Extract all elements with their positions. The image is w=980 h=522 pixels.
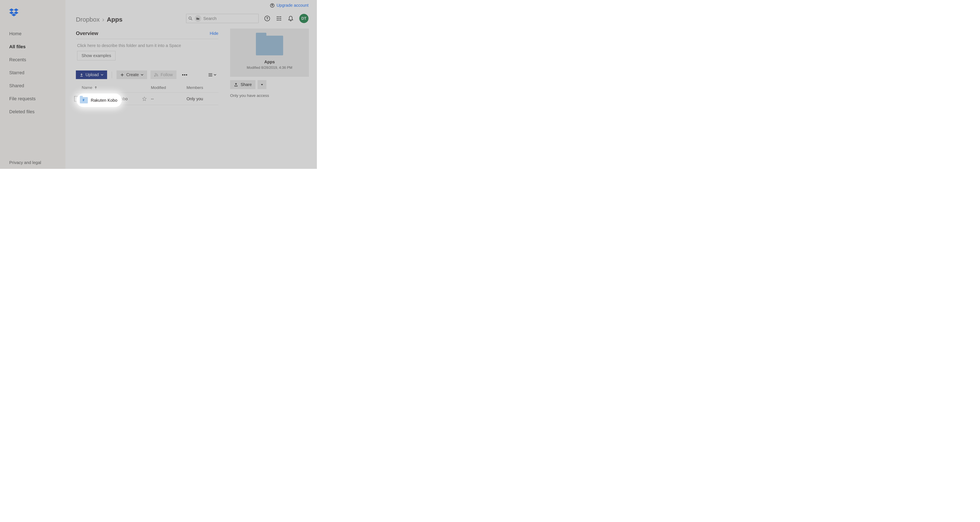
svg-point-19 [182, 74, 183, 75]
list-view-icon [208, 73, 213, 77]
svg-rect-12 [280, 16, 281, 17]
chevron-down-icon [141, 74, 143, 76]
svg-rect-14 [278, 18, 279, 19]
search-scope-button[interactable] [195, 15, 201, 22]
chevron-down-icon [101, 74, 103, 76]
share-button[interactable]: Share [230, 80, 256, 89]
highlight-spotlight: Rakuten Kobo [77, 94, 121, 106]
dropbox-logo[interactable] [0, 8, 65, 27]
svg-rect-17 [278, 20, 279, 21]
share-dropdown-button[interactable] [258, 80, 266, 89]
notifications-button[interactable] [288, 15, 294, 22]
breadcrumb-separator-icon: › [102, 16, 104, 23]
overview-header: Overview Hide [76, 30, 218, 39]
access-text: Only you have access [230, 93, 309, 98]
svg-marker-2 [9, 11, 14, 14]
upload-icon [80, 73, 83, 77]
breadcrumb-root[interactable]: Dropbox [76, 16, 100, 23]
svg-rect-16 [277, 20, 278, 21]
svg-marker-0 [9, 8, 14, 11]
overview-title: Overview [76, 30, 98, 36]
more-actions-button[interactable] [180, 73, 189, 77]
svg-rect-13 [277, 18, 278, 19]
bell-icon [288, 16, 293, 21]
create-button[interactable]: Create [116, 70, 147, 79]
sidebar-item-all-files[interactable]: All files [0, 40, 65, 53]
share-row: Share [230, 80, 309, 89]
topbar-icons: ? DT [264, 14, 309, 23]
apps-grid-button[interactable] [276, 15, 282, 22]
svg-rect-18 [280, 20, 281, 21]
overview-hide-link[interactable]: Hide [210, 31, 218, 36]
share-icon [234, 83, 238, 87]
privacy-legal-link[interactable]: Privacy and legal [0, 156, 65, 169]
sidebar-item-file-requests[interactable]: File requests [0, 92, 65, 105]
triangle-down-icon [261, 84, 263, 86]
chevron-down-icon [214, 74, 216, 76]
col-modified[interactable]: Modified [151, 85, 186, 90]
svg-rect-10 [277, 16, 278, 17]
row-modified: -- [151, 96, 186, 101]
table-header: Name Modified Members [76, 83, 218, 93]
view-mode-button[interactable] [206, 72, 218, 78]
sidebar-item-shared[interactable]: Shared [0, 79, 65, 92]
col-name[interactable]: Name [82, 85, 151, 90]
main-column: Overview Hide Click here to describe thi… [76, 30, 218, 105]
svg-rect-15 [280, 18, 281, 19]
svg-marker-3 [14, 11, 18, 14]
col-members[interactable]: Members [186, 85, 222, 90]
app-folder-icon [80, 97, 88, 104]
puzzle-icon [82, 98, 86, 102]
svg-point-21 [186, 74, 187, 75]
create-label: Create [126, 72, 139, 77]
svg-point-20 [184, 74, 185, 75]
follow-button[interactable]: Follow [151, 70, 177, 79]
upload-button[interactable]: Upload [76, 70, 107, 79]
search-input[interactable] [203, 16, 256, 21]
svg-marker-4 [11, 13, 16, 16]
sidebar-item-home[interactable]: Home [0, 27, 65, 40]
follow-label: Follow [161, 72, 173, 77]
preview-subtitle: Modified 8/28/2019, 4:36 PM [247, 65, 292, 70]
ellipsis-icon [182, 74, 188, 76]
search-icon [188, 16, 192, 21]
details-panel: Apps Modified 8/28/2019, 4:36 PM Share O… [230, 29, 309, 98]
topbar: Dropbox › Apps ? DT [65, 0, 317, 27]
star-button[interactable] [142, 96, 147, 101]
plus-icon [120, 73, 124, 77]
overview-description-placeholder[interactable]: Click here to describe this folder and t… [76, 39, 218, 51]
svg-text:?: ? [266, 17, 268, 20]
apps-grid-icon [277, 16, 281, 21]
svg-marker-1 [14, 8, 18, 11]
sidebar-item-recents[interactable]: Recents [0, 53, 65, 66]
sidebar-nav: Home All files Recents Starred Shared Fi… [0, 27, 65, 118]
toolbar: Upload Create Follow [76, 70, 218, 79]
svg-point-6 [189, 17, 191, 19]
sidebar-item-starred[interactable]: Starred [0, 66, 65, 79]
spotlight-label: Rakuten Kobo [91, 98, 118, 103]
breadcrumb-current: Apps [107, 16, 123, 23]
sidebar: Home All files Recents Starred Shared Fi… [0, 0, 65, 169]
upload-label: Upload [86, 72, 99, 77]
share-label: Share [240, 82, 252, 87]
sort-asc-icon [94, 86, 97, 89]
star-icon [142, 96, 147, 101]
svg-line-7 [191, 19, 192, 20]
sidebar-item-deleted-files[interactable]: Deleted files [0, 105, 65, 118]
rss-icon [154, 73, 158, 77]
col-name-label: Name [82, 85, 92, 90]
breadcrumb: Dropbox › Apps [76, 16, 123, 23]
show-examples-button[interactable]: Show examples [77, 51, 116, 61]
folder-icon [196, 17, 199, 20]
avatar[interactable]: DT [299, 14, 309, 23]
folder-large-icon [256, 36, 283, 55]
search-box[interactable] [186, 14, 259, 23]
svg-rect-11 [278, 16, 279, 17]
help-button[interactable]: ? [264, 15, 270, 22]
help-icon: ? [264, 16, 270, 21]
folder-preview-card: Apps Modified 8/28/2019, 4:36 PM [230, 29, 309, 77]
row-members: Only you [186, 96, 222, 101]
preview-title: Apps [264, 59, 275, 64]
